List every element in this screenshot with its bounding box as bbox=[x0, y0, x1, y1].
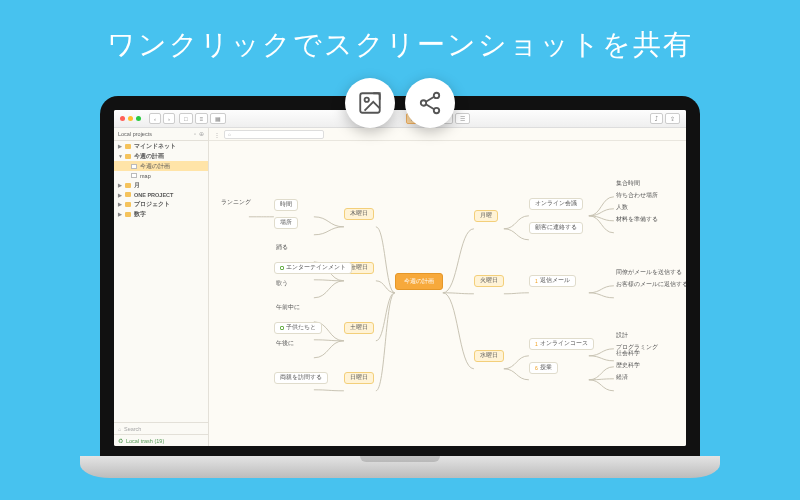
node-label: オンラインコース bbox=[540, 340, 588, 347]
mindmap-node[interactable]: 踊る bbox=[274, 244, 290, 251]
node-label: 時間 bbox=[280, 201, 292, 208]
sidebar-item-label: 月 bbox=[134, 182, 140, 189]
sidebar-item[interactable]: ▶数字 bbox=[114, 209, 208, 219]
node-label: 待ち合わせ場所 bbox=[616, 192, 658, 199]
laptop-mockup: ‹ › □ ≡ ▦ ⊞ ⊡ − ☰ ⤴ ⇪ bbox=[80, 96, 720, 478]
node-label: 日曜日 bbox=[350, 374, 368, 381]
mindmap-canvas[interactable]: ⋮ ⌕ 今週の計画木曜日時間ランニング場所金曜日踊るエンターテインメント歌う土曜… bbox=[209, 128, 686, 446]
zoom-dot[interactable] bbox=[136, 116, 141, 121]
mindmap-node[interactable]: 月曜 bbox=[474, 210, 498, 222]
layout-d[interactable]: ☰ bbox=[455, 113, 470, 124]
sidebar-item-label: 数字 bbox=[134, 211, 146, 218]
folder-icon bbox=[125, 183, 131, 188]
close-dot[interactable] bbox=[120, 116, 125, 121]
node-label: 踊る bbox=[276, 244, 288, 251]
mindmap-node[interactable]: 午前中に bbox=[274, 304, 302, 311]
floating-icon-row bbox=[345, 78, 455, 128]
hero-headline: ワンクリックでスクリーンショットを共有 bbox=[0, 0, 800, 64]
view-b[interactable]: ≡ bbox=[195, 113, 209, 124]
mindmap-node[interactable]: 歴史科学 bbox=[614, 362, 642, 369]
node-label: 授業 bbox=[540, 364, 552, 371]
mindmap-node[interactable]: 歌う bbox=[274, 280, 290, 287]
folder-icon bbox=[125, 202, 131, 207]
window-traffic-lights[interactable] bbox=[120, 116, 141, 121]
toolbar-view-group: □ ≡ ▦ bbox=[179, 113, 226, 124]
sidebar-item-label: 今週の計画 bbox=[134, 153, 164, 160]
mindmap-node[interactable]: 人数 bbox=[614, 204, 630, 211]
svg-point-1 bbox=[365, 98, 369, 102]
mindmap-node[interactable]: 1オンラインコース bbox=[529, 338, 594, 350]
view-a[interactable]: □ bbox=[179, 113, 193, 124]
project-sidebar: Local projects ▫ ⊕ ▶マインドネット▼今週の計画今週の計画ma… bbox=[114, 128, 209, 446]
node-number: 6 bbox=[535, 365, 538, 371]
mindmap-node[interactable]: 6授業 bbox=[529, 362, 558, 374]
search-icon: ⌕ bbox=[228, 131, 231, 137]
mindmap-node[interactable]: 顧客に連絡する bbox=[529, 222, 583, 234]
mindmap-node[interactable]: 1返信メール bbox=[529, 275, 576, 287]
mindmap-node[interactable]: 午後に bbox=[274, 340, 296, 347]
node-label: 子供たちと bbox=[286, 324, 316, 331]
disclosure-triangle-icon: ▶ bbox=[118, 182, 122, 188]
mindmap-node[interactable]: 材料を準備する bbox=[614, 216, 660, 223]
node-label: 金曜日 bbox=[350, 264, 368, 271]
mindmap-node[interactable]: 集合時間 bbox=[614, 180, 642, 187]
mindmap-node[interactable]: 時間 bbox=[274, 199, 298, 211]
sidebar-item-label: ONE PROJECT bbox=[134, 192, 173, 198]
sidebar-list: ▶マインドネット▼今週の計画今週の計画map▶月▶ONE PROJECT▶プロジ… bbox=[114, 141, 208, 422]
sidebar-item[interactable]: 今週の計画 bbox=[114, 161, 208, 171]
node-label: 社会科学 bbox=[616, 350, 640, 357]
mindmap-node[interactable]: 土曜日 bbox=[344, 322, 374, 334]
mindmap-node[interactable]: 火曜日 bbox=[474, 275, 504, 287]
minimize-dot[interactable] bbox=[128, 116, 133, 121]
mindmap-node[interactable]: 経済 bbox=[614, 374, 630, 381]
sidebar-trash[interactable]: ♻ Local trash (19) bbox=[114, 434, 208, 446]
disclosure-triangle-icon: ▶ bbox=[118, 211, 122, 217]
sidebar-title: Local projects bbox=[118, 131, 152, 137]
toolbar-nav: ‹ › bbox=[149, 113, 175, 124]
document-icon bbox=[131, 173, 137, 178]
sidebar-more-icon[interactable]: ⊕ bbox=[199, 131, 204, 137]
mindmap-node[interactable]: 設計 bbox=[614, 332, 630, 339]
mindmap-node[interactable]: 同僚がメールを送信する bbox=[614, 269, 684, 276]
canvas-search[interactable]: ⌕ bbox=[224, 130, 324, 139]
sidebar-add-icon[interactable]: ▫ bbox=[194, 131, 196, 137]
sidebar-item[interactable]: ▶ONE PROJECT bbox=[114, 190, 208, 199]
disclosure-triangle-icon: ▶ bbox=[118, 201, 122, 207]
mindmap-node[interactable]: オンライン会議 bbox=[529, 198, 583, 210]
mindmap-node[interactable]: 待ち合わせ場所 bbox=[614, 192, 660, 199]
node-label: オンライン会議 bbox=[535, 200, 577, 207]
node-label: 歴史科学 bbox=[616, 362, 640, 369]
sidebar-item[interactable]: ▼今週の計画 bbox=[114, 151, 208, 161]
sidebar-item[interactable]: map bbox=[114, 171, 208, 180]
sidebar-item[interactable]: ▶マインドネット bbox=[114, 141, 208, 151]
canvas-toolbar: ⋮ ⌕ bbox=[209, 128, 686, 141]
export-button[interactable]: ⤴ bbox=[650, 113, 663, 124]
mindmap-node[interactable]: 日曜日 bbox=[344, 372, 374, 384]
screenshot-image-icon bbox=[345, 78, 395, 128]
mindmap-node[interactable]: エンターテインメント bbox=[274, 262, 352, 274]
sidebar-search[interactable]: ⌕ Search bbox=[114, 422, 208, 434]
mindmap-node[interactable]: お客様のメールに返信する bbox=[614, 281, 686, 288]
search-placeholder: Search bbox=[124, 426, 141, 432]
mindmap-node[interactable]: 社会科学 bbox=[614, 350, 642, 357]
view-c[interactable]: ▦ bbox=[210, 113, 226, 124]
mindmap-node[interactable]: 水曜日 bbox=[474, 350, 504, 362]
nav-forward-button[interactable]: › bbox=[163, 113, 175, 124]
mindmap-node[interactable]: ランニング bbox=[219, 199, 253, 206]
sidebar-item[interactable]: ▶プロジェクト bbox=[114, 199, 208, 209]
node-label: 材料を準備する bbox=[616, 216, 658, 223]
nav-back-button[interactable]: ‹ bbox=[149, 113, 161, 124]
share-button[interactable]: ⇪ bbox=[665, 113, 680, 124]
disclosure-triangle-icon: ▶ bbox=[118, 192, 122, 198]
node-label: 午前中に bbox=[276, 304, 300, 311]
node-label: 歌う bbox=[276, 280, 288, 287]
mindmap-node[interactable]: 子供たちと bbox=[274, 322, 322, 334]
sidebar-item[interactable]: ▶月 bbox=[114, 180, 208, 190]
mindmap-node[interactable]: 木曜日 bbox=[344, 208, 374, 220]
node-label: 顧客に連絡する bbox=[535, 224, 577, 231]
mindmap-node[interactable]: 今週の計画 bbox=[395, 273, 443, 290]
node-label: 経済 bbox=[616, 374, 628, 381]
mindmap-node[interactable]: 場所 bbox=[274, 217, 298, 229]
canvas-filter-icon[interactable]: ⋮ bbox=[214, 131, 220, 138]
mindmap-node[interactable]: 両親を訪問する bbox=[274, 372, 328, 384]
